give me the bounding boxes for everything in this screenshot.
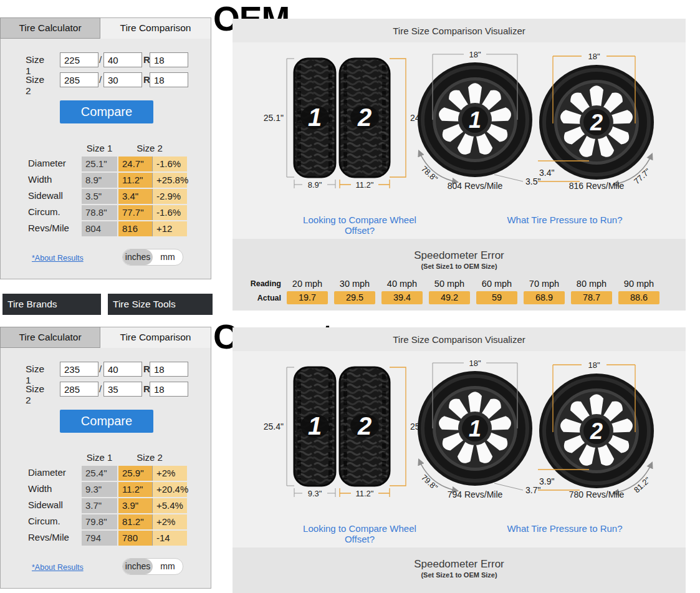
speedometer-table: Reading 20 mph 30 mph 40 mph 50 mph 60 m… bbox=[242, 279, 686, 304]
nav-tire-size-tools[interactable]: Tire Size Tools bbox=[108, 294, 213, 315]
size2-rim-input[interactable] bbox=[150, 382, 188, 397]
reading-label: Reading bbox=[242, 279, 284, 288]
col-size2-header: Size 2 bbox=[118, 452, 181, 463]
reading-value: 60 mph bbox=[473, 279, 520, 289]
size2-rim-input[interactable] bbox=[150, 72, 188, 87]
wheel1-rim-label: 18" bbox=[469, 359, 481, 368]
diff-value: -2.9% bbox=[152, 189, 187, 204]
table-row: Sidewall 3.5" 3.4" -2.9% bbox=[1, 189, 211, 204]
tire1-diameter-bracket bbox=[287, 59, 294, 177]
tire-pressure-link[interactable]: What Tire Pressure to Run? bbox=[499, 215, 630, 225]
wheel1-rim-label: 18" bbox=[469, 50, 481, 59]
table-row: Revs/Mile 804 816 +12 bbox=[1, 221, 211, 236]
row-label: Diameter bbox=[28, 158, 66, 168]
actual-label: Actual bbox=[242, 294, 284, 302]
actual-value: 68.9 bbox=[524, 291, 565, 304]
about-results-link[interactable]: *About Results bbox=[32, 254, 84, 263]
row-label: Revs/Mile bbox=[28, 223, 69, 233]
wheel1-revs-label: 794 Revs/Mile bbox=[448, 489, 503, 499]
tire1-diameter-label: 25.4" bbox=[264, 422, 284, 431]
units-inches-option[interactable]: inches bbox=[123, 249, 153, 265]
actual-value: 19.7 bbox=[287, 291, 328, 304]
compare-button[interactable]: Compare bbox=[60, 100, 153, 123]
units-toggle[interactable]: inches mm bbox=[122, 558, 183, 575]
reading-value: 90 mph bbox=[615, 279, 663, 289]
wheel2-number: 2 bbox=[590, 110, 603, 135]
diff-value: +20.4% bbox=[152, 482, 187, 497]
wheel1-revs-label: 804 Revs/Mile bbox=[448, 181, 503, 191]
wheel1-circumference-label: 79.8" bbox=[420, 473, 440, 492]
tire2-width-label: 11.2" bbox=[356, 489, 374, 498]
actual-value: 78.7 bbox=[571, 291, 612, 304]
wheel-offset-link[interactable]: Looking to Compare Wheel Offset? bbox=[287, 215, 432, 236]
tab-tire-comparison[interactable]: Tire Comparison bbox=[100, 17, 211, 39]
current-calc-tabbar: Tire Calculator Tire Comparison bbox=[0, 327, 211, 348]
wheel2-revs-label: 780 Revs/Mile bbox=[569, 489, 625, 499]
actual-value: 59 bbox=[476, 291, 517, 304]
size2-width-input[interactable] bbox=[60, 72, 98, 87]
diff-value: +2% bbox=[152, 466, 187, 481]
units-inches-option[interactable]: inches bbox=[123, 559, 153, 574]
size1-slash: / bbox=[99, 54, 102, 65]
size1-value: 25.4" bbox=[82, 466, 117, 481]
diff-value: +5.4% bbox=[152, 498, 187, 513]
units-mm-option[interactable]: mm bbox=[153, 249, 183, 265]
tire2-number: 2 bbox=[357, 412, 372, 440]
size1-value: 3.5" bbox=[82, 189, 117, 204]
about-results-link[interactable]: *About Results bbox=[32, 563, 84, 572]
speedometer-error-subtitle: (Set Size1 to OEM Size) bbox=[233, 571, 686, 579]
size2-aspect-input[interactable] bbox=[103, 382, 142, 397]
table-row: Diameter 25.1" 24.7" -1.6% bbox=[1, 157, 211, 171]
size2-width-input[interactable] bbox=[60, 382, 98, 397]
wheel2-sidewall-label: 3.9" bbox=[539, 476, 554, 486]
actual-value: 29.5 bbox=[334, 291, 375, 304]
size1-rim-input[interactable] bbox=[150, 52, 188, 67]
row-label: Circum. bbox=[28, 206, 60, 217]
size1-width-input[interactable] bbox=[60, 362, 98, 377]
actual-value: 39.4 bbox=[381, 291, 423, 304]
wheel2-circumference-label: 77.7" bbox=[632, 166, 653, 186]
table-row: Circum. 79.8" 81.2" +2% bbox=[1, 514, 211, 529]
row-label: Sidewall bbox=[28, 190, 63, 201]
tire-pressure-link[interactable]: What Tire Pressure to Run? bbox=[499, 523, 630, 534]
current-visualizer: Tire Size Comparison Visualizer 1 2 25.4… bbox=[233, 327, 686, 593]
size1-aspect-input[interactable] bbox=[103, 362, 142, 377]
size2-value: 81.2" bbox=[118, 514, 152, 529]
reading-value: 50 mph bbox=[426, 279, 473, 289]
size2-label: Size 2 bbox=[26, 383, 44, 406]
tire1-tread-view: 1 bbox=[294, 367, 335, 486]
size2-value: 24.7" bbox=[118, 157, 152, 171]
tire2-number: 2 bbox=[357, 104, 372, 131]
wheel1-number: 1 bbox=[469, 416, 481, 441]
tire1-diameter-label: 25.1" bbox=[264, 113, 284, 123]
size2-value: 3.4" bbox=[118, 189, 152, 204]
row-label: Width bbox=[28, 174, 52, 185]
size1-value: 79.8" bbox=[82, 514, 117, 529]
units-mm-option[interactable]: mm bbox=[153, 559, 183, 574]
size2-aspect-input[interactable] bbox=[103, 72, 142, 87]
size1-value: 25.1" bbox=[82, 157, 117, 171]
wheel2-number: 2 bbox=[590, 418, 603, 444]
size2-slash: / bbox=[99, 383, 102, 394]
size1-rim-input[interactable] bbox=[150, 362, 188, 377]
size1-width-input[interactable] bbox=[60, 52, 98, 67]
compare-button[interactable]: Compare bbox=[60, 410, 153, 433]
tab-tire-calculator[interactable]: Tire Calculator bbox=[0, 17, 100, 39]
tire2-diameter-bracket bbox=[390, 367, 406, 486]
tire2-width-label: 11.2" bbox=[356, 180, 374, 190]
wheel-offset-link[interactable]: Looking to Compare Wheel Offset? bbox=[287, 523, 432, 544]
reading-value: 20 mph bbox=[284, 279, 331, 289]
tire1-width-label: 8.9" bbox=[308, 180, 322, 190]
size2-value: 780 bbox=[118, 531, 152, 546]
actual-row: Actual 19.7 29.5 39.4 49.2 59 68.9 78.7 … bbox=[242, 291, 686, 304]
size1-value: 794 bbox=[82, 531, 117, 546]
diff-value: -1.6% bbox=[152, 157, 187, 171]
tab-tire-calculator[interactable]: Tire Calculator bbox=[0, 327, 100, 348]
table-row: Diameter 25.4" 25.9" +2% bbox=[1, 466, 211, 481]
tab-tire-comparison[interactable]: Tire Comparison bbox=[100, 327, 211, 348]
size1-aspect-input[interactable] bbox=[103, 52, 142, 67]
row-label: Circum. bbox=[28, 516, 60, 526]
size2-value: 25.9" bbox=[118, 466, 152, 481]
units-toggle[interactable]: inches mm bbox=[122, 249, 183, 266]
nav-tire-brands[interactable]: Tire Brands bbox=[2, 294, 101, 315]
